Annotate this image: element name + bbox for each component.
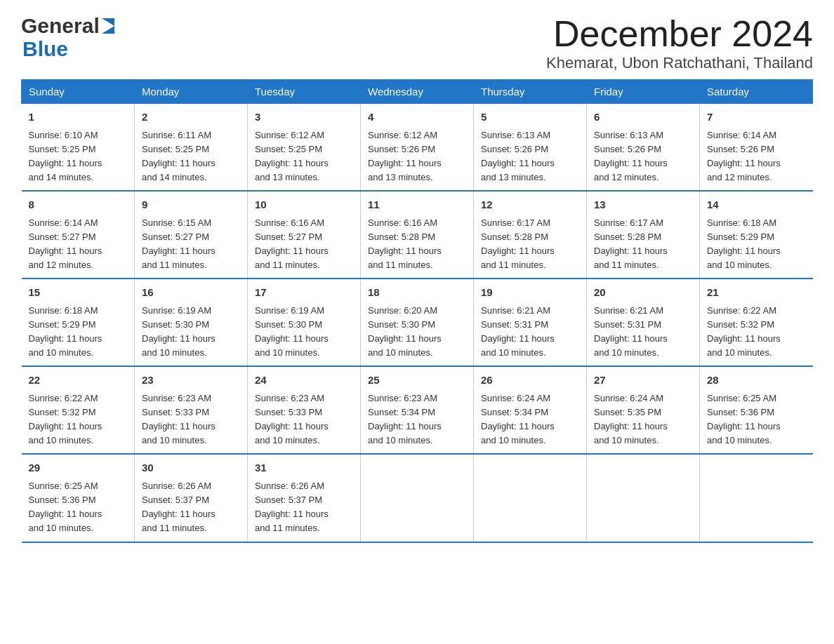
day-number: 6 xyxy=(594,109,692,126)
day-info: Sunrise: 6:16 AMSunset: 5:27 PMDaylight:… xyxy=(255,216,353,273)
calendar-day-cell: 8Sunrise: 6:14 AMSunset: 5:27 PMDaylight… xyxy=(22,191,135,279)
day-info: Sunrise: 6:21 AMSunset: 5:31 PMDaylight:… xyxy=(594,304,692,361)
day-info: Sunrise: 6:26 AMSunset: 5:37 PMDaylight:… xyxy=(142,479,240,536)
day-number: 30 xyxy=(142,460,240,476)
day-header-saturday: Saturday xyxy=(700,80,813,104)
day-number: 26 xyxy=(481,373,579,389)
calendar-table: SundayMondayTuesdayWednesdayThursdayFrid… xyxy=(21,79,813,542)
day-info: Sunrise: 6:23 AMSunset: 5:34 PMDaylight:… xyxy=(368,391,466,448)
day-number: 1 xyxy=(29,109,128,126)
day-number: 3 xyxy=(255,109,353,126)
calendar-body: 1Sunrise: 6:10 AMSunset: 5:25 PMDaylight… xyxy=(22,104,813,542)
day-number: 31 xyxy=(255,460,353,476)
day-info: Sunrise: 6:12 AMSunset: 5:25 PMDaylight:… xyxy=(255,128,353,185)
calendar-day-cell: 25Sunrise: 6:23 AMSunset: 5:34 PMDayligh… xyxy=(361,366,474,454)
day-number: 23 xyxy=(142,373,240,389)
day-info: Sunrise: 6:23 AMSunset: 5:33 PMDaylight:… xyxy=(142,391,240,448)
day-number: 21 xyxy=(707,285,806,301)
logo-chevron-icon xyxy=(102,18,114,34)
calendar-day-cell: 2Sunrise: 6:11 AMSunset: 5:25 PMDaylight… xyxy=(135,104,248,192)
calendar-day-cell: 21Sunrise: 6:22 AMSunset: 5:32 PMDayligh… xyxy=(700,279,813,366)
calendar-day-cell: 1Sunrise: 6:10 AMSunset: 5:25 PMDaylight… xyxy=(22,104,135,192)
calendar-day-cell: 27Sunrise: 6:24 AMSunset: 5:35 PMDayligh… xyxy=(587,366,700,454)
day-info: Sunrise: 6:13 AMSunset: 5:26 PMDaylight:… xyxy=(594,128,692,185)
calendar-day-cell: 24Sunrise: 6:23 AMSunset: 5:33 PMDayligh… xyxy=(248,366,361,454)
day-info: Sunrise: 6:12 AMSunset: 5:26 PMDaylight:… xyxy=(368,128,466,185)
day-number: 8 xyxy=(29,197,128,213)
day-number: 7 xyxy=(707,109,806,126)
day-number: 11 xyxy=(368,197,466,213)
calendar-day-cell: 6Sunrise: 6:13 AMSunset: 5:26 PMDaylight… xyxy=(587,104,700,192)
day-number: 19 xyxy=(481,285,579,301)
calendar-day-cell: 20Sunrise: 6:21 AMSunset: 5:31 PMDayligh… xyxy=(587,279,700,366)
calendar-day-cell: 16Sunrise: 6:19 AMSunset: 5:30 PMDayligh… xyxy=(135,279,248,366)
day-headers-row: SundayMondayTuesdayWednesdayThursdayFrid… xyxy=(22,80,813,104)
calendar-day-cell: 17Sunrise: 6:19 AMSunset: 5:30 PMDayligh… xyxy=(248,279,361,366)
calendar-day-cell: 28Sunrise: 6:25 AMSunset: 5:36 PMDayligh… xyxy=(700,366,813,454)
calendar-day-cell: 18Sunrise: 6:20 AMSunset: 5:30 PMDayligh… xyxy=(361,279,474,366)
calendar-week-row: 29Sunrise: 6:25 AMSunset: 5:36 PMDayligh… xyxy=(22,454,813,542)
day-info: Sunrise: 6:14 AMSunset: 5:27 PMDaylight:… xyxy=(29,216,128,273)
calendar-day-cell xyxy=(700,454,813,542)
calendar-day-cell: 9Sunrise: 6:15 AMSunset: 5:27 PMDaylight… xyxy=(135,191,248,279)
calendar-day-cell: 11Sunrise: 6:16 AMSunset: 5:28 PMDayligh… xyxy=(361,191,474,279)
day-info: Sunrise: 6:19 AMSunset: 5:30 PMDaylight:… xyxy=(142,304,240,361)
day-number: 4 xyxy=(368,109,466,126)
day-header-wednesday: Wednesday xyxy=(361,80,474,104)
calendar-week-row: 15Sunrise: 6:18 AMSunset: 5:29 PMDayligh… xyxy=(22,279,813,366)
day-number: 12 xyxy=(481,197,579,213)
calendar-day-cell: 30Sunrise: 6:26 AMSunset: 5:37 PMDayligh… xyxy=(135,454,248,542)
day-info: Sunrise: 6:24 AMSunset: 5:35 PMDaylight:… xyxy=(594,391,692,448)
day-number: 25 xyxy=(368,373,466,389)
calendar-day-cell: 13Sunrise: 6:17 AMSunset: 5:28 PMDayligh… xyxy=(587,191,700,279)
calendar-day-cell: 23Sunrise: 6:23 AMSunset: 5:33 PMDayligh… xyxy=(135,366,248,454)
calendar-day-cell: 10Sunrise: 6:16 AMSunset: 5:27 PMDayligh… xyxy=(248,191,361,279)
day-info: Sunrise: 6:26 AMSunset: 5:37 PMDaylight:… xyxy=(255,479,353,536)
month-year-title: December 2024 xyxy=(546,14,813,54)
day-info: Sunrise: 6:18 AMSunset: 5:29 PMDaylight:… xyxy=(707,216,806,273)
calendar-day-cell: 31Sunrise: 6:26 AMSunset: 5:37 PMDayligh… xyxy=(248,454,361,542)
calendar-week-row: 8Sunrise: 6:14 AMSunset: 5:27 PMDaylight… xyxy=(22,191,813,279)
day-info: Sunrise: 6:15 AMSunset: 5:27 PMDaylight:… xyxy=(142,216,240,273)
day-info: Sunrise: 6:25 AMSunset: 5:36 PMDaylight:… xyxy=(29,479,128,536)
day-number: 22 xyxy=(29,373,128,389)
calendar-day-cell: 3Sunrise: 6:12 AMSunset: 5:25 PMDaylight… xyxy=(248,104,361,192)
day-number: 24 xyxy=(255,373,353,389)
day-info: Sunrise: 6:21 AMSunset: 5:31 PMDaylight:… xyxy=(481,304,579,361)
calendar-day-cell: 26Sunrise: 6:24 AMSunset: 5:34 PMDayligh… xyxy=(474,366,587,454)
calendar-header: SundayMondayTuesdayWednesdayThursdayFrid… xyxy=(22,80,813,104)
day-info: Sunrise: 6:11 AMSunset: 5:25 PMDaylight:… xyxy=(142,128,240,185)
day-number: 17 xyxy=(255,285,353,301)
day-info: Sunrise: 6:18 AMSunset: 5:29 PMDaylight:… xyxy=(29,304,128,361)
day-info: Sunrise: 6:16 AMSunset: 5:28 PMDaylight:… xyxy=(368,216,466,273)
day-header-friday: Friday xyxy=(587,80,700,104)
logo: General Blue xyxy=(21,14,114,60)
day-info: Sunrise: 6:19 AMSunset: 5:30 PMDaylight:… xyxy=(255,304,353,361)
day-number: 27 xyxy=(594,373,692,389)
day-header-monday: Monday xyxy=(135,80,248,104)
day-header-sunday: Sunday xyxy=(22,80,135,104)
day-info: Sunrise: 6:22 AMSunset: 5:32 PMDaylight:… xyxy=(29,391,128,448)
day-number: 20 xyxy=(594,285,692,301)
logo-general-text: General xyxy=(21,14,100,37)
day-header-tuesday: Tuesday xyxy=(248,80,361,104)
day-info: Sunrise: 6:17 AMSunset: 5:28 PMDaylight:… xyxy=(594,216,692,273)
calendar-day-cell xyxy=(361,454,474,542)
day-number: 28 xyxy=(707,373,806,389)
calendar-day-cell: 12Sunrise: 6:17 AMSunset: 5:28 PMDayligh… xyxy=(474,191,587,279)
calendar-day-cell: 5Sunrise: 6:13 AMSunset: 5:26 PMDaylight… xyxy=(474,104,587,192)
calendar-day-cell: 22Sunrise: 6:22 AMSunset: 5:32 PMDayligh… xyxy=(22,366,135,454)
calendar-day-cell xyxy=(587,454,700,542)
calendar-day-cell: 4Sunrise: 6:12 AMSunset: 5:26 PMDaylight… xyxy=(361,104,474,192)
day-number: 2 xyxy=(142,109,240,126)
day-number: 9 xyxy=(142,197,240,213)
day-info: Sunrise: 6:20 AMSunset: 5:30 PMDaylight:… xyxy=(368,304,466,361)
page-header: General Blue December 2024 Khemarat, Ubo… xyxy=(21,14,813,72)
day-info: Sunrise: 6:10 AMSunset: 5:25 PMDaylight:… xyxy=(29,128,128,185)
day-number: 29 xyxy=(29,460,128,476)
calendar-day-cell: 29Sunrise: 6:25 AMSunset: 5:36 PMDayligh… xyxy=(22,454,135,542)
day-info: Sunrise: 6:17 AMSunset: 5:28 PMDaylight:… xyxy=(481,216,579,273)
calendar-week-row: 22Sunrise: 6:22 AMSunset: 5:32 PMDayligh… xyxy=(22,366,813,454)
day-number: 16 xyxy=(142,285,240,301)
day-number: 18 xyxy=(368,285,466,301)
